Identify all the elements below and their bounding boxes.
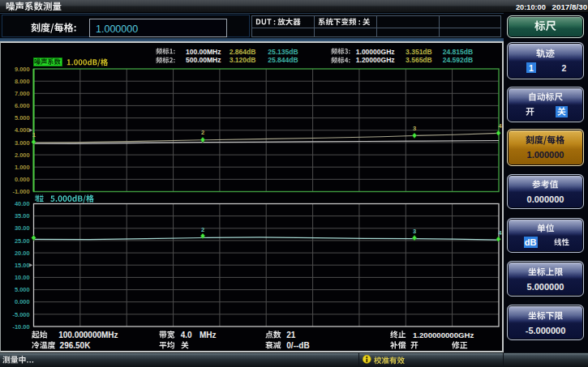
svg-text:25.00: 25.00 (15, 237, 30, 245)
svg-text:-5.000: -5.000 (13, 311, 30, 318)
svg-text:8.000: 8.000 (15, 78, 30, 85)
svg-text:0.000: 0.000 (15, 176, 30, 183)
svg-text:-1.000: -1.000 (13, 188, 30, 195)
svg-text:6.000: 6.000 (15, 102, 30, 109)
svg-text:15.00: 15.00 (15, 262, 30, 269)
svg-text:4: 4 (498, 229, 502, 237)
svg-text:40.00: 40.00 (15, 200, 30, 207)
svg-text:2: 2 (201, 226, 204, 233)
svg-text:7.000: 7.000 (15, 90, 30, 97)
svg-text:2: 2 (201, 129, 204, 136)
svg-text:1.000: 1.000 (15, 164, 30, 171)
svg-text:5.000: 5.000 (15, 286, 30, 293)
svg-text:-10.00: -10.00 (13, 323, 30, 331)
svg-text:10.00: 10.00 (15, 274, 30, 281)
svg-text:3: 3 (413, 228, 416, 235)
svg-text:1: 1 (32, 131, 36, 139)
svg-text:0.000: 0.000 (15, 298, 30, 305)
svg-text:3: 3 (413, 125, 416, 132)
svg-text:9.000: 9.000 (15, 66, 30, 73)
svg-text:3.000: 3.000 (15, 139, 30, 147)
svg-text:4.000: 4.000 (15, 126, 30, 134)
svg-text:2.000: 2.000 (15, 151, 30, 159)
svg-text:20.00: 20.00 (15, 250, 30, 257)
svg-text:5.000: 5.000 (15, 114, 30, 122)
svg-text:35.00: 35.00 (15, 212, 30, 220)
svg-text:30.00: 30.00 (15, 224, 30, 232)
svg-text:4: 4 (498, 122, 502, 130)
